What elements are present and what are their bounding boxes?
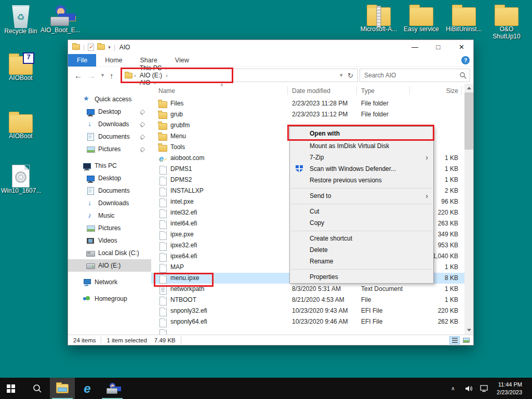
up-button[interactable]: ↑ xyxy=(110,67,114,84)
vertical-scrollbar[interactable] xyxy=(464,84,473,335)
volume-icon[interactable] xyxy=(462,378,475,399)
start-button[interactable] xyxy=(0,378,25,399)
file-row-files[interactable]: Files 2/23/2023 11:28 PM File folder xyxy=(151,98,464,109)
customize-toolbar-caret-icon[interactable]: ▾ xyxy=(108,45,111,50)
sidebar-item-aio-e[interactable]: AIO (E:) xyxy=(68,259,151,272)
sidebar-item-desktop[interactable]: Desktop xyxy=(68,172,151,184)
maximize-button[interactable]: □ xyxy=(427,40,450,54)
breadcrumb-segment-label: This PC xyxy=(138,64,164,72)
tab-view[interactable]: View xyxy=(166,54,198,66)
back-button[interactable]: ← xyxy=(74,67,82,84)
desktop-icon-easy-service[interactable]: Easy service xyxy=(402,4,441,41)
sidebar-item-homegroup[interactable]: Homegroup xyxy=(68,292,151,305)
file-row-grub[interactable]: grub 2/23/2023 11:12 PM File folder xyxy=(151,109,464,120)
scrollbar-thumb[interactable] xyxy=(464,92,473,150)
column-header-name[interactable]: Name xyxy=(158,87,175,95)
picture-icon xyxy=(86,224,95,232)
context-menu-item-delete[interactable]: Delete xyxy=(290,244,433,256)
column-divider[interactable] xyxy=(461,86,462,95)
scroll-down-icon[interactable] xyxy=(464,326,473,335)
new-folder-quick-icon[interactable] xyxy=(97,44,105,50)
tab-home[interactable]: Home xyxy=(96,54,131,66)
sidebar-item-network[interactable]: Network xyxy=(68,276,151,288)
desktop-icon-recycle-bin[interactable]: Recycle Bin xyxy=(1,4,41,35)
minimize-button[interactable]: — xyxy=(403,40,427,54)
help-button[interactable]: ? xyxy=(461,56,470,64)
context-menu-item-open-with[interactable]: Open with xyxy=(290,127,433,140)
column-divider[interactable] xyxy=(409,86,410,95)
sidebar-item-quick-access[interactable]: Quick access xyxy=(68,93,151,105)
sidebar-item-downloads[interactable]: Downloads xyxy=(68,118,151,130)
thumbnails-view-button[interactable] xyxy=(461,336,471,344)
desktop-icon-aio-boot-e[interactable]: AIO_Boot_E... xyxy=(41,4,80,34)
desktop-icon-hibituninst[interactable]: HiBitUninst... xyxy=(445,4,483,41)
taskbar-clock[interactable]: 11:44 PM 2/23/2023 xyxy=(493,381,525,396)
column-header-date[interactable]: Date modified xyxy=(292,87,330,95)
tab-file[interactable]: File xyxy=(68,54,96,66)
address-dropdown-caret-icon[interactable]: ▼ xyxy=(339,73,343,78)
context-menu-item-label: Restore previous versions xyxy=(310,177,382,184)
breadcrumb-segment-this-pc[interactable]: This PC › xyxy=(138,64,169,72)
taskbar-search-button[interactable] xyxy=(25,378,50,399)
properties-quick-icon[interactable] xyxy=(88,44,94,51)
context-menu-item-properties[interactable]: Properties xyxy=(290,271,433,283)
file-row-networkpath[interactable]: networkpath 8/3/2020 5:31 AM Text Docume… xyxy=(151,284,464,295)
context-menu-item-cut[interactable]: Cut xyxy=(290,206,433,217)
file-row-ntboot[interactable]: NTBOOT 8/21/2020 4:53 AM File 1 KB xyxy=(151,295,464,305)
column-header-type[interactable]: Type xyxy=(361,87,375,95)
sidebar-item-label: Documents xyxy=(98,187,130,194)
network-icon[interactable] xyxy=(477,378,491,399)
title-bar[interactable]: | ▾ | AIO — □ ✕ xyxy=(68,40,473,54)
desktop-icon-aioboot[interactable]: AIOBoot xyxy=(1,53,41,82)
context-menu-item-create-shortcut[interactable]: Create shortcut xyxy=(290,233,433,244)
sidebar-item-this-pc[interactable]: This PC xyxy=(68,159,151,172)
context-menu-item-scan-with-windows-defender[interactable]: Scan with Windows Defender... xyxy=(290,163,433,175)
breadcrumb-segment-aio-e[interactable]: AIO (E:) › xyxy=(138,72,169,79)
sidebar-item-downloads[interactable]: Downloads xyxy=(68,197,151,209)
file-row-clipped[interactable] xyxy=(151,327,464,335)
search-box[interactable] xyxy=(360,69,470,82)
column-divider[interactable] xyxy=(287,86,288,95)
desktop-icon-microsoft-a[interactable]: Microsoft-A... xyxy=(360,4,398,41)
file-type-cell: Text Document xyxy=(361,284,413,295)
sidebar-item-desktop[interactable]: Desktop xyxy=(68,105,151,118)
sidebar-item-pictures[interactable]: Pictures xyxy=(68,143,151,155)
desktop-icon-label: Easy service xyxy=(402,26,441,33)
taskbar-aio-boot-button[interactable] xyxy=(100,378,125,399)
desktop-icon-label: O&O ShutUp10 xyxy=(487,26,526,41)
desktop-icon-aioboot[interactable]: AIOBoot xyxy=(1,111,41,140)
sidebar-item-videos[interactable]: Videos xyxy=(68,234,151,247)
context-menu-item-label: Open with xyxy=(310,130,340,137)
context-menu-item-restore-previous-versions[interactable]: Restore previous versions xyxy=(290,175,433,186)
sidebar-item-documents[interactable]: Documents xyxy=(68,130,151,143)
close-button[interactable]: ✕ xyxy=(450,40,473,54)
file-name-cell: Menu xyxy=(158,131,288,142)
context-menu-item-send-to[interactable]: Send to › xyxy=(290,190,433,202)
sidebar-item-documents[interactable]: Documents xyxy=(68,184,151,197)
context-menu-item-mount-as-imdisk-virtual-disk[interactable]: Mount as ImDisk Virtual Disk xyxy=(290,140,433,152)
recent-locations-caret-icon[interactable]: ▼ xyxy=(100,67,105,84)
forward-button[interactable]: → xyxy=(88,67,96,84)
sidebar-item-pictures[interactable]: Pictures xyxy=(68,222,151,234)
context-menu-item-7-zip[interactable]: 7-Zip › xyxy=(290,152,433,163)
desktop-icon-win10-1607[interactable]: Win10_1607... xyxy=(1,164,41,195)
clock-time: 11:44 PM xyxy=(493,381,522,389)
scroll-up-icon[interactable] xyxy=(464,84,473,92)
context-menu-item-rename[interactable]: Rename xyxy=(290,256,433,267)
file-row-snponly32-efi[interactable]: snponly32.efi 10/23/2020 9:43 AM EFI Fil… xyxy=(151,305,464,316)
tray-expand-chevron-icon[interactable]: ∧ xyxy=(446,378,460,399)
taskbar-internet-explorer-button[interactable]: e xyxy=(75,378,100,399)
address-bar[interactable]: › This PC › AIO (E:) › AIO › ▼ ↻ xyxy=(121,69,358,82)
column-divider[interactable] xyxy=(356,86,357,95)
details-view-button[interactable] xyxy=(449,336,460,344)
refresh-icon[interactable]: ↻ xyxy=(348,72,353,79)
context-menu-item-copy[interactable]: Copy xyxy=(290,217,433,229)
sidebar-item-local-disk-c[interactable]: Local Disk (C:) xyxy=(68,247,151,259)
search-input[interactable] xyxy=(360,69,470,82)
file-row-snponly64-efi[interactable]: snponly64.efi 10/23/2020 9:46 AM EFI Fil… xyxy=(151,316,464,327)
column-header-size[interactable]: Size xyxy=(414,87,458,95)
taskbar-file-explorer-button[interactable] xyxy=(50,378,75,399)
sidebar-item-music[interactable]: Music xyxy=(68,209,151,222)
desktop-icon-o-o-shutup10[interactable]: O&O ShutUp10 xyxy=(487,4,526,41)
divider: | xyxy=(114,44,115,51)
